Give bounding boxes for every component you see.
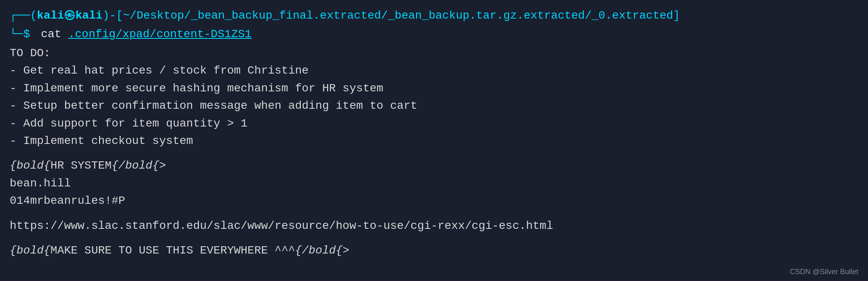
separator-2 bbox=[10, 210, 858, 217]
content-line-username: bean.hill bbox=[10, 175, 858, 192]
separator-3 bbox=[10, 235, 858, 242]
command-file: .config/xpad/content-DS1ZS1 bbox=[68, 26, 251, 43]
bracket-close: )-[ bbox=[103, 7, 123, 24]
content-line-3: - Setup better confirmation message when… bbox=[10, 97, 858, 114]
content-line-bold2: {bold{MAKE SURE TO USE THIS EVERYWHERE ^… bbox=[10, 242, 858, 259]
path-bracket-close: ] bbox=[673, 7, 680, 24]
command-text: cat bbox=[41, 26, 61, 43]
prompt-dollar: └─$ bbox=[10, 26, 30, 43]
terminal-window: ┌──(kali㉿kali)-[~/Desktop/_bean_backup_f… bbox=[0, 0, 868, 281]
content-line-4: - Add support for item quantity > 1 bbox=[10, 115, 858, 132]
prompt-line-1: ┌──(kali㉿kali)-[~/Desktop/_bean_backup_f… bbox=[10, 7, 858, 24]
path: ~/Desktop/_bean_backup_final.extracted/_… bbox=[123, 7, 673, 24]
bracket-open: ┌──( bbox=[10, 7, 37, 24]
content-line-1: - Get real hat prices / stock from Chris… bbox=[10, 62, 858, 79]
content-line-5: - Implement checkout system bbox=[10, 132, 858, 150]
watermark: CSDN @Silver Bullet bbox=[790, 268, 858, 276]
content-line-password: 014mrbeanrules!#P bbox=[10, 192, 858, 209]
content-line-0: TO DO: bbox=[10, 44, 858, 62]
user-host: kali㉿kali bbox=[37, 7, 102, 24]
content-line-bold1: {bold{HR SYSTEM{/bold{> bbox=[10, 157, 858, 174]
content-line-url: https://www.slac.stanford.edu/slac/www/r… bbox=[10, 217, 858, 235]
content-line-2: - Implement more secure hashing mechanis… bbox=[10, 80, 858, 97]
separator-1 bbox=[10, 150, 858, 157]
prompt-line-2: └─$ cat .config/xpad/content-DS1ZS1 bbox=[10, 26, 858, 43]
command-cat bbox=[34, 26, 41, 43]
